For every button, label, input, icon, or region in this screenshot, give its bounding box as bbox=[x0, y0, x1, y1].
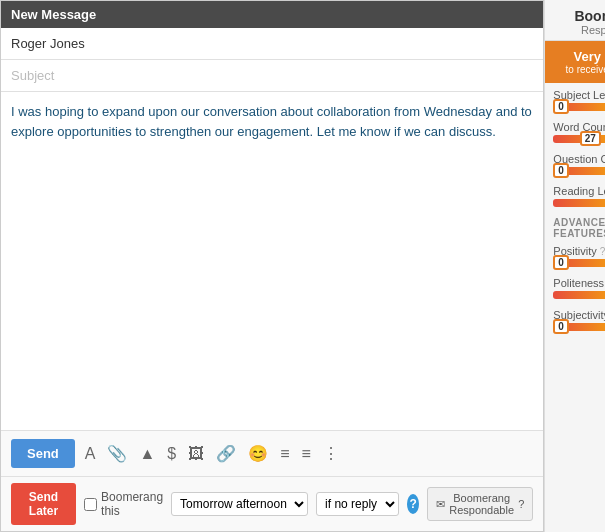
positivity-bar: 0 bbox=[553, 259, 605, 267]
metrics-section: Subject Length ? 0 Word Count ? 27 bbox=[545, 83, 605, 532]
word-count-badge: 27 bbox=[580, 131, 601, 146]
boomerang-label: Boomerang this bbox=[101, 490, 163, 518]
sidebar: Boomerang Respondable Very unlikely to r… bbox=[544, 0, 605, 532]
body-text: I was hoping to expand upon our conversa… bbox=[11, 104, 532, 139]
metric-question-count: Question Count ? 0 bbox=[553, 153, 605, 175]
respondable-label: Boomerang Respondable bbox=[449, 492, 514, 516]
question-count-badge: 0 bbox=[553, 163, 569, 178]
metric-positivity-help-icon[interactable]: ? bbox=[600, 246, 605, 257]
send-button[interactable]: Send bbox=[11, 439, 75, 468]
positivity-badge: 0 bbox=[553, 255, 569, 270]
sidebar-header: Boomerang Respondable bbox=[545, 0, 605, 41]
sidebar-title: Boomerang bbox=[555, 8, 605, 24]
image-icon[interactable]: 🖼 bbox=[186, 443, 206, 465]
drive-icon[interactable]: ▲ bbox=[137, 443, 157, 465]
sidebar-subtitle: Respondable bbox=[555, 24, 605, 36]
email-to-field: Roger Jones bbox=[1, 28, 543, 60]
status-sub: to receive a response bbox=[551, 64, 605, 75]
boomerang-info-button[interactable]: ? bbox=[407, 494, 419, 514]
metric-subject-length: Subject Length ? 0 bbox=[553, 89, 605, 111]
dollar-icon[interactable]: $ bbox=[165, 443, 178, 465]
time-select[interactable]: Tomorrow afternoon bbox=[171, 492, 308, 516]
new-message-title: New Message bbox=[11, 7, 96, 22]
metric-word-count: Word Count ? 27 bbox=[553, 121, 605, 143]
email-toolbar: Send A 📎 ▲ $ 🖼 🔗 😊 ≡ ≡ ⋮ bbox=[1, 431, 543, 477]
boomerang-checkbox-input[interactable] bbox=[84, 498, 97, 511]
metric-reading-level: Reading Level ? 11.9 bbox=[553, 185, 605, 207]
word-count-bar: 27 bbox=[553, 135, 605, 143]
more-icon[interactable]: ⋮ bbox=[321, 442, 341, 465]
reading-level-bar: 11.9 bbox=[553, 199, 605, 207]
question-count-bar: 0 bbox=[553, 167, 605, 175]
format-text-icon[interactable]: A bbox=[83, 443, 98, 465]
email-panel: New Message Roger Jones Subject I was ho… bbox=[0, 0, 544, 532]
boomerang-respondable-button[interactable]: ✉ Boomerang Respondable ? bbox=[427, 487, 533, 521]
recipient-name: Roger Jones bbox=[11, 36, 85, 51]
indent-icon[interactable]: ≡ bbox=[278, 443, 291, 465]
subjectivity-bar: 0 bbox=[553, 323, 605, 331]
advanced-section: ADVANCED FEATURES Positivity ? 0 Politen… bbox=[553, 217, 605, 331]
email-footer: Send Later Boomerang this Tomorrow after… bbox=[1, 477, 543, 531]
email-header: New Message bbox=[1, 1, 543, 28]
metric-reading-level-label: Reading Level ? bbox=[553, 185, 605, 197]
subjectivity-badge: 0 bbox=[553, 319, 569, 334]
boomerang-checkbox-label[interactable]: Boomerang this bbox=[84, 490, 163, 518]
respondable-icon: ✉ bbox=[436, 498, 445, 511]
app-container: New Message Roger Jones Subject I was ho… bbox=[0, 0, 605, 532]
status-banner: Very unlikely to receive a response bbox=[545, 41, 605, 83]
respondable-help-icon: ? bbox=[518, 498, 524, 510]
subject-placeholder: Subject bbox=[11, 68, 54, 83]
email-body[interactable]: I was hoping to expand upon our conversa… bbox=[1, 92, 543, 431]
reply-select[interactable]: if no reply bbox=[316, 492, 399, 516]
subject-length-badge: 0 bbox=[553, 99, 569, 114]
outdent-icon[interactable]: ≡ bbox=[300, 443, 313, 465]
politeness-bar: 65 bbox=[553, 291, 605, 299]
status-main: Very unlikely bbox=[551, 49, 605, 64]
attach-icon[interactable]: 📎 bbox=[105, 442, 129, 465]
metric-politeness-label: Politeness ? bbox=[553, 277, 605, 289]
emoji-icon[interactable]: 😊 bbox=[246, 442, 270, 465]
subject-field[interactable]: Subject bbox=[1, 60, 543, 92]
advanced-features-label: ADVANCED FEATURES bbox=[553, 217, 605, 239]
metric-subjectivity: Subjectivity ? 0 bbox=[553, 309, 605, 331]
metric-politeness: Politeness ? 65 bbox=[553, 277, 605, 299]
link-icon[interactable]: 🔗 bbox=[214, 442, 238, 465]
metric-positivity: Positivity ? 0 bbox=[553, 245, 605, 267]
send-later-button[interactable]: Send Later bbox=[11, 483, 76, 525]
subject-length-bar: 0 bbox=[553, 103, 605, 111]
